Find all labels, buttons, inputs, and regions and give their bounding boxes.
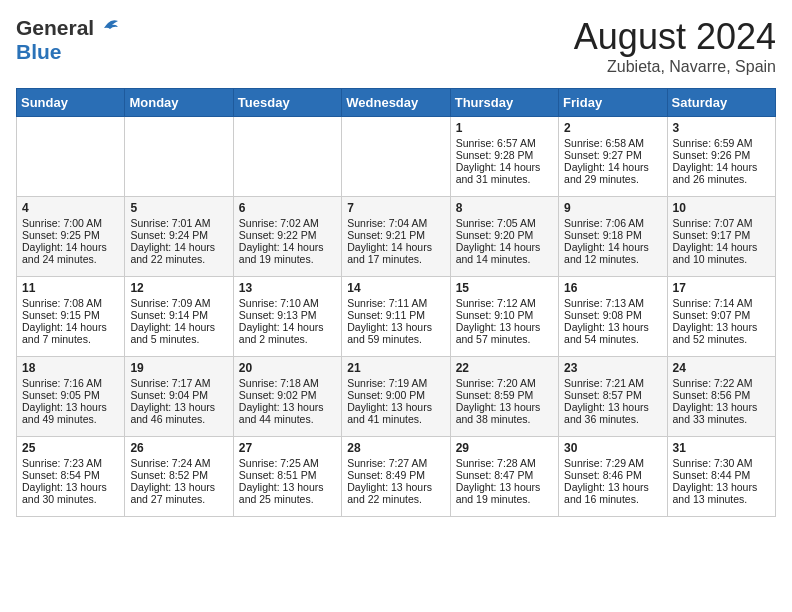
week-row-5: 25Sunrise: 7:23 AMSunset: 8:54 PMDayligh… bbox=[17, 437, 776, 517]
cell-content-line: and 10 minutes. bbox=[673, 253, 770, 265]
cell-content-line: Sunset: 9:15 PM bbox=[22, 309, 119, 321]
cell-content-line: and 22 minutes. bbox=[130, 253, 227, 265]
cell-content-line: Sunrise: 6:58 AM bbox=[564, 137, 661, 149]
calendar-cell: 10Sunrise: 7:07 AMSunset: 9:17 PMDayligh… bbox=[667, 197, 775, 277]
week-row-4: 18Sunrise: 7:16 AMSunset: 9:05 PMDayligh… bbox=[17, 357, 776, 437]
cell-content-line: Daylight: 13 hours bbox=[347, 481, 444, 493]
cell-content-line: Sunrise: 7:10 AM bbox=[239, 297, 336, 309]
cell-content-line: Daylight: 14 hours bbox=[239, 321, 336, 333]
day-number: 14 bbox=[347, 281, 444, 295]
cell-content-line: Daylight: 13 hours bbox=[456, 401, 553, 413]
cell-content-line: Sunset: 9:08 PM bbox=[564, 309, 661, 321]
week-row-3: 11Sunrise: 7:08 AMSunset: 9:15 PMDayligh… bbox=[17, 277, 776, 357]
cell-content-line: Sunrise: 7:20 AM bbox=[456, 377, 553, 389]
cell-content-line: Daylight: 14 hours bbox=[347, 241, 444, 253]
day-number: 2 bbox=[564, 121, 661, 135]
day-header-friday: Friday bbox=[559, 89, 667, 117]
calendar-cell: 7Sunrise: 7:04 AMSunset: 9:21 PMDaylight… bbox=[342, 197, 450, 277]
day-number: 8 bbox=[456, 201, 553, 215]
calendar-cell: 14Sunrise: 7:11 AMSunset: 9:11 PMDayligh… bbox=[342, 277, 450, 357]
day-number: 4 bbox=[22, 201, 119, 215]
cell-content-line: and 36 minutes. bbox=[564, 413, 661, 425]
cell-content-line: and 14 minutes. bbox=[456, 253, 553, 265]
day-number: 29 bbox=[456, 441, 553, 455]
day-number: 20 bbox=[239, 361, 336, 375]
cell-content-line: Daylight: 13 hours bbox=[239, 481, 336, 493]
cell-content-line: and 26 minutes. bbox=[673, 173, 770, 185]
calendar-cell: 1Sunrise: 6:57 AMSunset: 9:28 PMDaylight… bbox=[450, 117, 558, 197]
cell-content-line: Daylight: 13 hours bbox=[347, 321, 444, 333]
day-number: 10 bbox=[673, 201, 770, 215]
cell-content-line: Sunrise: 7:28 AM bbox=[456, 457, 553, 469]
cell-content-line: Sunrise: 7:08 AM bbox=[22, 297, 119, 309]
cell-content-line: Sunset: 9:14 PM bbox=[130, 309, 227, 321]
week-row-2: 4Sunrise: 7:00 AMSunset: 9:25 PMDaylight… bbox=[17, 197, 776, 277]
cell-content-line: Sunrise: 7:29 AM bbox=[564, 457, 661, 469]
cell-content-line: Daylight: 13 hours bbox=[239, 401, 336, 413]
day-number: 9 bbox=[564, 201, 661, 215]
cell-content-line: and 7 minutes. bbox=[22, 333, 119, 345]
day-header-thursday: Thursday bbox=[450, 89, 558, 117]
calendar-cell: 31Sunrise: 7:30 AMSunset: 8:44 PMDayligh… bbox=[667, 437, 775, 517]
cell-content-line: Sunset: 9:00 PM bbox=[347, 389, 444, 401]
cell-content-line: Sunrise: 7:19 AM bbox=[347, 377, 444, 389]
cell-content-line: Sunset: 9:24 PM bbox=[130, 229, 227, 241]
cell-content-line: Sunset: 8:47 PM bbox=[456, 469, 553, 481]
cell-content-line: Sunrise: 7:16 AM bbox=[22, 377, 119, 389]
cell-content-line: Sunset: 9:11 PM bbox=[347, 309, 444, 321]
cell-content-line: and 54 minutes. bbox=[564, 333, 661, 345]
day-number: 3 bbox=[673, 121, 770, 135]
cell-content-line: Sunrise: 6:59 AM bbox=[673, 137, 770, 149]
cell-content-line: Sunrise: 7:00 AM bbox=[22, 217, 119, 229]
header-row: SundayMondayTuesdayWednesdayThursdayFrid… bbox=[17, 89, 776, 117]
day-number: 28 bbox=[347, 441, 444, 455]
cell-content-line: Sunset: 8:59 PM bbox=[456, 389, 553, 401]
cell-content-line: Sunrise: 7:22 AM bbox=[673, 377, 770, 389]
day-number: 25 bbox=[22, 441, 119, 455]
location: Zubieta, Navarre, Spain bbox=[574, 58, 776, 76]
cell-content-line: and 41 minutes. bbox=[347, 413, 444, 425]
cell-content-line: Sunrise: 7:23 AM bbox=[22, 457, 119, 469]
calendar-cell: 24Sunrise: 7:22 AMSunset: 8:56 PMDayligh… bbox=[667, 357, 775, 437]
cell-content-line: and 13 minutes. bbox=[673, 493, 770, 505]
cell-content-line: Sunset: 9:25 PM bbox=[22, 229, 119, 241]
cell-content-line: Sunset: 8:44 PM bbox=[673, 469, 770, 481]
cell-content-line: Sunrise: 7:04 AM bbox=[347, 217, 444, 229]
day-number: 22 bbox=[456, 361, 553, 375]
cell-content-line: Daylight: 13 hours bbox=[22, 401, 119, 413]
cell-content-line: Sunset: 9:27 PM bbox=[564, 149, 661, 161]
cell-content-line: Sunrise: 7:01 AM bbox=[130, 217, 227, 229]
cell-content-line: Sunrise: 7:14 AM bbox=[673, 297, 770, 309]
title-area: August 2024 Zubieta, Navarre, Spain bbox=[574, 16, 776, 76]
cell-content-line: and 52 minutes. bbox=[673, 333, 770, 345]
cell-content-line: Sunset: 9:18 PM bbox=[564, 229, 661, 241]
calendar-cell: 11Sunrise: 7:08 AMSunset: 9:15 PMDayligh… bbox=[17, 277, 125, 357]
calendar-cell: 29Sunrise: 7:28 AMSunset: 8:47 PMDayligh… bbox=[450, 437, 558, 517]
cell-content-line: Daylight: 13 hours bbox=[673, 321, 770, 333]
day-header-sunday: Sunday bbox=[17, 89, 125, 117]
month-title: August 2024 bbox=[574, 16, 776, 58]
cell-content-line: Sunset: 9:07 PM bbox=[673, 309, 770, 321]
day-number: 19 bbox=[130, 361, 227, 375]
cell-content-line: and 12 minutes. bbox=[564, 253, 661, 265]
cell-content-line: Sunset: 9:26 PM bbox=[673, 149, 770, 161]
day-number: 15 bbox=[456, 281, 553, 295]
calendar-cell bbox=[17, 117, 125, 197]
calendar-cell: 26Sunrise: 7:24 AMSunset: 8:52 PMDayligh… bbox=[125, 437, 233, 517]
cell-content-line: and 19 minutes. bbox=[456, 493, 553, 505]
cell-content-line: Daylight: 13 hours bbox=[564, 481, 661, 493]
cell-content-line: and 38 minutes. bbox=[456, 413, 553, 425]
day-number: 5 bbox=[130, 201, 227, 215]
cell-content-line: Daylight: 14 hours bbox=[22, 321, 119, 333]
calendar-cell: 6Sunrise: 7:02 AMSunset: 9:22 PMDaylight… bbox=[233, 197, 341, 277]
cell-content-line: and 46 minutes. bbox=[130, 413, 227, 425]
day-number: 18 bbox=[22, 361, 119, 375]
week-row-1: 1Sunrise: 6:57 AMSunset: 9:28 PMDaylight… bbox=[17, 117, 776, 197]
cell-content-line: Sunset: 8:51 PM bbox=[239, 469, 336, 481]
cell-content-line: Sunset: 9:10 PM bbox=[456, 309, 553, 321]
cell-content-line: Sunrise: 7:24 AM bbox=[130, 457, 227, 469]
day-number: 30 bbox=[564, 441, 661, 455]
day-header-tuesday: Tuesday bbox=[233, 89, 341, 117]
calendar-cell: 25Sunrise: 7:23 AMSunset: 8:54 PMDayligh… bbox=[17, 437, 125, 517]
logo-general: General bbox=[16, 16, 94, 40]
